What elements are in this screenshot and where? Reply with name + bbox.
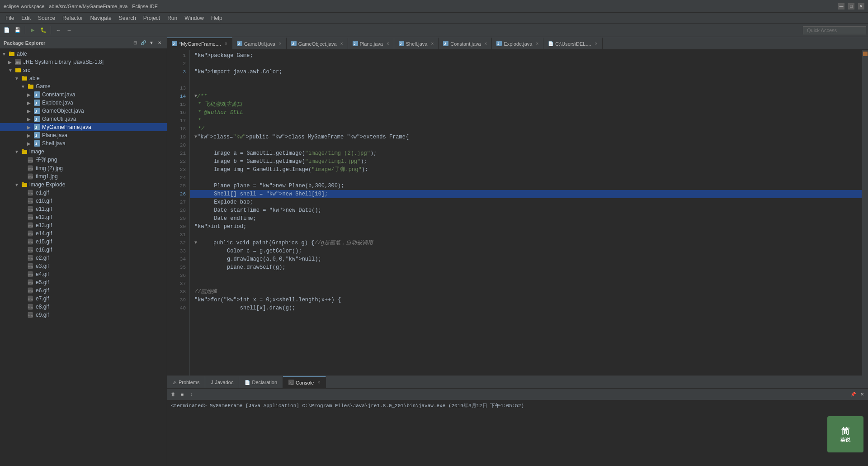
code-line-21[interactable]: Image a = GameUtil.getImage("image/timg … [190, 149, 862, 157]
editor-tab-C__Users_DEL____[interactable]: 📄C:\Users\DEL....× [543, 38, 602, 49]
tree-item-able[interactable]: ▼able [0, 74, 167, 82]
tree-item-GameObject_java[interactable]: ▶JGameObject.java [0, 107, 167, 115]
tree-item-Explode_java[interactable]: ▶JExplode.java [0, 99, 167, 107]
code-line-15[interactable]: * 飞机游戏主窗口 [190, 100, 862, 109]
code-line-39[interactable]: "kw">for("kw">int x = 0;x<shell.length;x… [190, 296, 862, 304]
tree-item-e6_gif[interactable]: imge6.gif [0, 286, 167, 295]
tree-item-e5_gif[interactable]: imge5.gif [0, 278, 167, 286]
tab-close-button[interactable]: × [387, 41, 389, 46]
editor-tab-GameUtil_java[interactable]: JGameUtil.java× [232, 38, 287, 49]
debug-button[interactable]: 🐛 [38, 25, 48, 35]
tree-item-timg__2__jpg[interactable]: imgtimg (2).jpg [0, 164, 167, 172]
code-line-23[interactable]: Image img = GameUtil.getImage("image/子弹.… [190, 166, 862, 174]
editor-tab-GameObject_java[interactable]: JGameObject.java× [287, 38, 348, 49]
tree-item-e10_gif[interactable]: imge10.gif [0, 197, 167, 205]
tab-close-button[interactable]: × [595, 41, 598, 46]
tree-item-e7_gif[interactable]: imge7.gif [0, 295, 167, 303]
code-line-22[interactable]: Image b = GameUtil.getImage("image/timg1… [190, 157, 862, 166]
tree-item-MyGameFrame_java[interactable]: ▶JMyGameFrame.java [0, 123, 167, 131]
code-content[interactable]: "kw">package Game; "kw">import java.awt.… [190, 50, 862, 376]
tab-close-button[interactable]: × [340, 41, 343, 46]
save-button[interactable]: 💾 [13, 25, 23, 35]
tree-item-Plane_java[interactable]: ▶JPlane.java [0, 131, 167, 139]
console-pin-button[interactable]: 📌 [849, 390, 857, 399]
code-line-14[interactable]: ▼ /** [190, 92, 862, 100]
tree-item-Game[interactable]: ▼Game [0, 82, 167, 90]
code-line-34[interactable]: g.drawImage(a,0,0,"kw">null); [190, 255, 862, 263]
code-line-37[interactable] [190, 280, 862, 288]
pe-link-button[interactable]: 🔗 [140, 39, 147, 47]
code-line-27[interactable]: Explode bao; [190, 198, 862, 206]
tree-item-image_Explode[interactable]: ▼image.Explode [0, 181, 167, 189]
pe-collapse-button[interactable]: ⊟ [132, 39, 139, 47]
tree-item-e8_gif[interactable]: imge8.gif [0, 303, 167, 311]
tree-item-Shell_java[interactable]: ▶JShell.java [0, 139, 167, 147]
editor-tab-Shell_java[interactable]: JShell.java× [394, 38, 439, 49]
minimize-button[interactable]: — [838, 3, 844, 10]
code-line-20[interactable] [190, 141, 862, 149]
code-line-30[interactable]: "kw">int period; [190, 223, 862, 231]
code-line-13[interactable] [190, 84, 862, 92]
close-button[interactable]: ✕ [858, 3, 864, 10]
code-line-[interactable] [190, 76, 862, 84]
tree-item-e1_gif[interactable]: imge1.gif [0, 189, 167, 197]
code-line-29[interactable]: Date endTime; [190, 214, 862, 223]
back-button[interactable]: ← [53, 25, 63, 35]
menu-item-refactor[interactable]: Refactor [59, 14, 86, 22]
menu-item-navigate[interactable]: Navigate [86, 14, 115, 22]
bottom-tab-console[interactable]: >_Console× [283, 376, 326, 388]
tab-close-button[interactable]: × [279, 41, 282, 46]
tree-item-e9_gif[interactable]: imge9.gif [0, 311, 167, 319]
pe-menu-button[interactable]: ▼ [148, 39, 155, 47]
code-line-35[interactable]: plane.drawSelf(g); [190, 263, 862, 271]
code-line-3[interactable]: "kw">import java.awt.Color; [190, 68, 862, 76]
tree-item-GameUtil_java[interactable]: ▶JGameUtil.java [0, 115, 167, 123]
editor-tab-MyGameFrame____[interactable]: J*MyGameFrame....× [167, 38, 232, 49]
tab-close-button[interactable]: × [536, 41, 538, 46]
tab-close-button[interactable]: × [431, 41, 434, 46]
tree-item-e16_gif[interactable]: imge16.gif [0, 246, 167, 254]
code-line-16[interactable]: * @author DELL [190, 109, 862, 117]
code-line-40[interactable]: shell[x].draw(g); [190, 304, 862, 312]
console-close-button[interactable]: ✕ [858, 390, 866, 399]
tree-item-Constant_java[interactable]: ▶JConstant.java [0, 90, 167, 99]
menu-item-source[interactable]: Source [34, 14, 59, 22]
menu-item-search[interactable]: Search [115, 14, 140, 22]
menu-item-project[interactable]: Project [140, 14, 164, 22]
code-line-2[interactable] [190, 60, 862, 68]
new-button[interactable]: 📄 [2, 25, 12, 35]
maximize-button[interactable]: □ [848, 3, 854, 10]
code-line-38[interactable]: //画炮弹 [190, 288, 862, 296]
code-line-26[interactable]: Shell[] shell = "kw">new Shell[10]; [190, 190, 862, 198]
ad-overlay[interactable]: 简 英说 [827, 416, 863, 452]
tree-item-JRE_System_Library__JavaSE_1_8_[interactable]: ▶JREJRE System Library [JavaSE-1.8] [0, 58, 167, 66]
tree-item-able[interactable]: ▼able [0, 50, 167, 58]
bottom-tab-javadoc[interactable]: JJavadoc [205, 376, 239, 388]
code-editor[interactable]: 1231314151617181920212223242526272829303… [167, 50, 868, 376]
tree-item-image[interactable]: ▼image [0, 147, 167, 156]
console-scroll-button[interactable]: ↕ [187, 390, 195, 399]
tree-item-___png[interactable]: img子弹.png [0, 156, 167, 164]
tree-item-src[interactable]: ▼src [0, 66, 167, 74]
menu-item-file[interactable]: File [2, 14, 18, 22]
bottom-tab-declaration[interactable]: 📄Declaration [239, 376, 283, 388]
tab-close-button[interactable]: × [225, 41, 227, 46]
run-button[interactable]: ▶ [28, 25, 38, 35]
tab-close-button[interactable]: × [485, 41, 487, 46]
tree-item-e12_gif[interactable]: imge12.gif [0, 213, 167, 221]
menu-item-run[interactable]: Run [164, 14, 181, 22]
code-line-31[interactable] [190, 231, 862, 239]
tree-item-e4_gif[interactable]: imge4.gif [0, 270, 167, 278]
forward-button[interactable]: → [64, 25, 74, 35]
fold-arrow[interactable]: ▼ [194, 239, 197, 247]
code-line-28[interactable]: Date startTime = "kw">new Date(); [190, 206, 862, 214]
code-line-25[interactable]: Plane plane = "kw">new Plane(b,300,300); [190, 182, 862, 190]
code-line-18[interactable]: */ [190, 125, 862, 133]
tree-item-e2_gif[interactable]: imge2.gif [0, 254, 167, 262]
console-clear-button[interactable]: 🗑 [169, 390, 177, 399]
menu-item-help[interactable]: Help [208, 14, 226, 22]
code-line-32[interactable]: ▼ public void paint(Graphics g) {//g是画笔，… [190, 239, 862, 247]
code-line-17[interactable]: * [190, 117, 862, 125]
tree-item-e3_gif[interactable]: imge3.gif [0, 262, 167, 270]
code-line-24[interactable] [190, 174, 862, 182]
